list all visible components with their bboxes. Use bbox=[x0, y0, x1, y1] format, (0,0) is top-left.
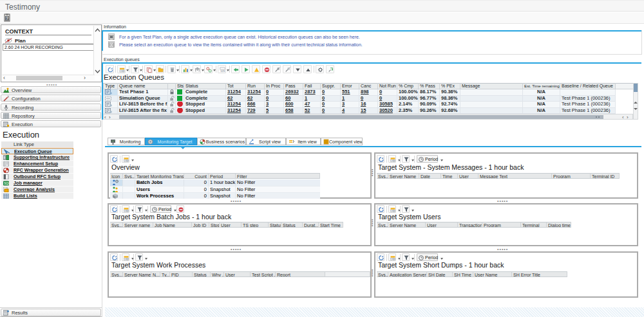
svg-text:?: ? bbox=[6, 16, 8, 21]
svg-text:SQL: SQL bbox=[4, 182, 9, 185]
